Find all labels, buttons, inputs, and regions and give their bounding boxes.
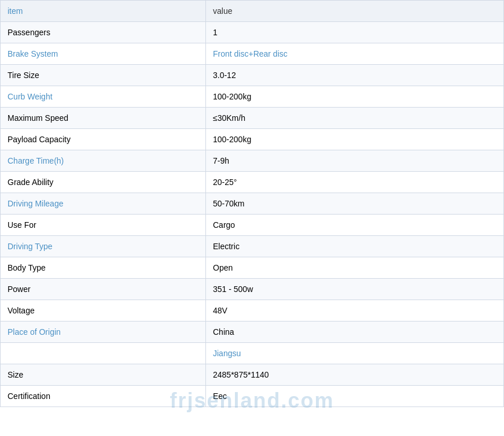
value-cell: ≤30Km/h — [206, 108, 504, 129]
table-header-row: item value — [1, 1, 504, 22]
item-cell: Payload Capacity — [1, 129, 206, 150]
value-cell: 7-9h — [206, 150, 504, 172]
table-row: Passengers1 — [1, 22, 504, 43]
item-cell: Place of Origin — [1, 322, 206, 343]
item-cell: Driving Mileage — [1, 193, 206, 215]
table-row: Grade Ability20-25° — [1, 172, 504, 193]
value-cell: Jiangsu — [206, 343, 504, 364]
value-cell: Eec — [206, 386, 504, 407]
table-row: Voltage48V — [1, 300, 504, 322]
table-row: CertificationEec — [1, 386, 504, 407]
table-row: Charge Time(h)7-9h — [1, 150, 504, 172]
table-row: Power351 - 500w — [1, 279, 504, 300]
value-cell: 3.0-12 — [206, 65, 504, 86]
table-row: Jiangsu — [1, 343, 504, 364]
item-cell: Power — [1, 279, 206, 300]
item-cell: Certification — [1, 386, 206, 407]
item-cell: Use For — [1, 215, 206, 236]
value-cell: Electric — [206, 236, 504, 257]
item-cell: Brake System — [1, 43, 206, 65]
value-cell: 100-200kg — [206, 86, 504, 108]
item-cell: Size — [1, 364, 206, 386]
item-cell: Grade Ability — [1, 172, 206, 193]
item-cell: Maximum Speed — [1, 108, 206, 129]
item-cell: Passengers — [1, 22, 206, 43]
value-cell: 1 — [206, 22, 504, 43]
item-cell: Tire Size — [1, 65, 206, 86]
table-row: Size2485*875*1140 — [1, 364, 504, 386]
table-row: Curb Weight100-200kg — [1, 86, 504, 108]
item-cell: Driving Type — [1, 236, 206, 257]
value-cell: 100-200kg — [206, 129, 504, 150]
value-cell: China — [206, 322, 504, 343]
table-row: Maximum Speed≤30Km/h — [1, 108, 504, 129]
table-row: Brake SystemFront disc+Rear disc — [1, 43, 504, 65]
value-cell: 48V — [206, 300, 504, 322]
item-cell — [1, 343, 206, 364]
item-cell: Curb Weight — [1, 86, 206, 108]
table-row: Use ForCargo — [1, 215, 504, 236]
value-cell: 2485*875*1140 — [206, 364, 504, 386]
item-cell: Voltage — [1, 300, 206, 322]
table-row: Driving TypeElectric — [1, 236, 504, 257]
header-value: value — [206, 1, 504, 22]
value-cell: Open — [206, 257, 504, 279]
item-cell: Body Type — [1, 257, 206, 279]
value-cell: Cargo — [206, 215, 504, 236]
table-row: Driving Mileage50-70km — [1, 193, 504, 215]
table-row: Tire Size3.0-12 — [1, 65, 504, 86]
table-row: Payload Capacity100-200kg — [1, 129, 504, 150]
value-cell: 351 - 500w — [206, 279, 504, 300]
value-cell: 20-25° — [206, 172, 504, 193]
value-cell: Front disc+Rear disc — [206, 43, 504, 65]
item-cell: Charge Time(h) — [1, 150, 206, 172]
specs-table: item value Passengers1Brake SystemFront … — [0, 0, 504, 407]
table-row: Place of OriginChina — [1, 322, 504, 343]
value-cell: 50-70km — [206, 193, 504, 215]
header-item: item — [1, 1, 206, 22]
table-row: Body TypeOpen — [1, 257, 504, 279]
